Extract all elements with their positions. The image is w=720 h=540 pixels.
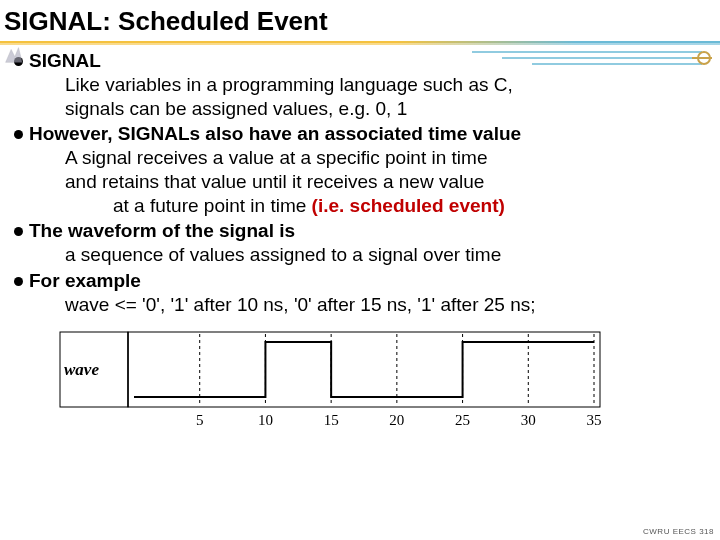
- bullet-sub: a sequence of values assigned to a signa…: [29, 243, 714, 267]
- slide-logo: [2, 44, 24, 66]
- list-item: The waveform of the signal is a sequence…: [14, 219, 714, 267]
- bullet-sub: signals can be assigned values, e.g. 0, …: [29, 97, 714, 121]
- svg-text:30: 30: [521, 412, 536, 428]
- title-underline: [0, 41, 720, 45]
- bullet-icon: [14, 130, 23, 139]
- scheduled-event-emph: (i.e. scheduled event): [312, 195, 505, 216]
- page-title: SIGNAL: Scheduled Event: [0, 0, 720, 41]
- svg-text:10: 10: [258, 412, 273, 428]
- bullet-sub: and retains that value until it receives…: [29, 170, 714, 194]
- bullet-sub: A signal receives a value at a specific …: [29, 146, 714, 170]
- bullet-sub: Like variables in a programming language…: [29, 73, 714, 97]
- bullet-icon: [14, 227, 23, 236]
- bullet-sub-text: at a future point in time: [113, 195, 312, 216]
- svg-text:15: 15: [324, 412, 339, 428]
- bullet-head: The waveform of the signal is: [29, 219, 714, 243]
- list-item: However, SIGNALs also have an associated…: [14, 122, 714, 217]
- svg-text:wave: wave: [64, 360, 99, 379]
- svg-rect-6: [128, 332, 600, 407]
- bullet-sub: at a future point in time (i.e. schedule…: [29, 194, 714, 218]
- bullet-head: However, SIGNALs also have an associated…: [29, 122, 714, 146]
- bullet-sub: wave <= '0', '1' after 10 ns, '0' after …: [29, 293, 714, 317]
- svg-text:35: 35: [587, 412, 602, 428]
- svg-text:5: 5: [196, 412, 204, 428]
- svg-text:25: 25: [455, 412, 470, 428]
- bullet-head: For example: [29, 269, 714, 293]
- list-item: For example wave <= '0', '1' after 10 ns…: [14, 269, 714, 317]
- footer-text: CWRU EECS 318: [643, 527, 714, 536]
- svg-text:20: 20: [389, 412, 404, 428]
- waveform-figure: wave5101520253035: [54, 322, 714, 436]
- bullet-icon: [14, 277, 23, 286]
- decor-streaks: [472, 46, 712, 76]
- content-area: SIGNAL Like variables in a programming l…: [0, 49, 720, 436]
